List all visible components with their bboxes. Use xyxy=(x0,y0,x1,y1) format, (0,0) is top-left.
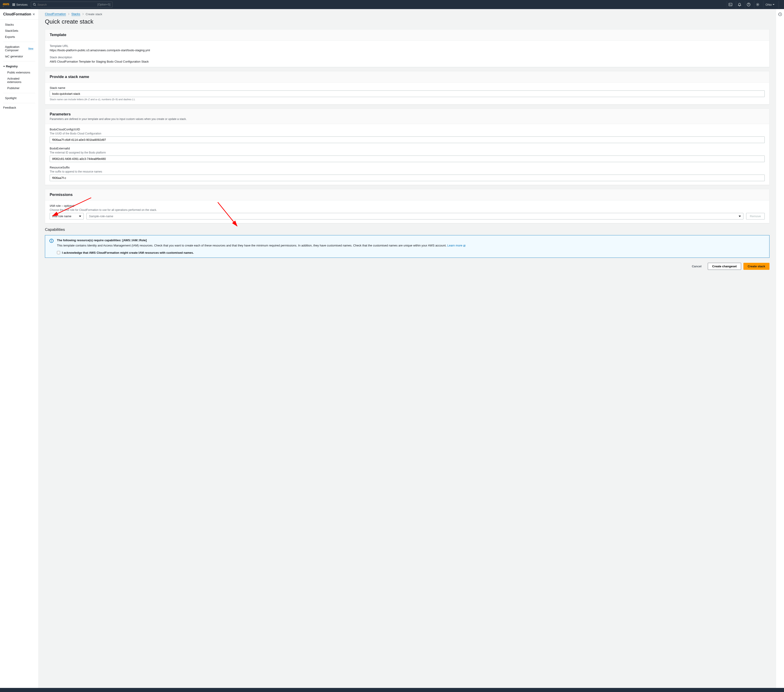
main-content: CloudFormation Stacks Create stack Quick… xyxy=(39,9,776,688)
parameters-panel: Parameters Parameters are defined in you… xyxy=(45,108,769,185)
breadcrumb-cloudformation[interactable]: CloudFormation xyxy=(45,12,66,16)
svg-rect-2 xyxy=(729,3,732,6)
notifications-icon[interactable] xyxy=(736,1,743,8)
remove-iam-role-button[interactable]: Remove xyxy=(746,213,765,219)
sidebar-title: CloudFormation xyxy=(3,12,31,16)
template-panel: Template Template URL https://bodo-platf… xyxy=(45,29,769,67)
region-selector[interactable]: Ohio xyxy=(763,1,777,8)
param-0-input[interactable] xyxy=(50,136,765,143)
sidebar-item-stacksets[interactable]: StackSets xyxy=(3,28,35,34)
param-0-name: BodoCloudConfigUUID xyxy=(50,128,765,131)
sidebar-item-exports[interactable]: Exports xyxy=(3,34,35,40)
iam-role-label: IAM role – optional xyxy=(50,204,765,207)
svg-point-4 xyxy=(757,4,758,5)
new-badge: New xyxy=(28,47,33,50)
param-1-name: BodoExternalId xyxy=(50,147,765,150)
breadcrumb-stacks[interactable]: Stacks xyxy=(71,12,80,16)
recent-icon[interactable] xyxy=(778,12,782,16)
stack-name-input[interactable] xyxy=(50,90,765,97)
create-changeset-button[interactable]: Create changeset xyxy=(708,263,741,270)
sidebar-item-application-composer[interactable]: Application Composer New xyxy=(3,44,35,53)
param-2-input[interactable] xyxy=(50,174,765,181)
caret-down-icon xyxy=(772,3,774,5)
settings-icon[interactable] xyxy=(754,1,761,8)
sidebar-item-spotlight[interactable]: Spotlight xyxy=(3,95,35,101)
create-stack-button[interactable]: Create stack xyxy=(743,263,769,270)
footer-actions: Cancel Create changeset Create stack xyxy=(45,263,769,270)
iam-role-name-select[interactable]: Sample-role-name xyxy=(86,213,743,219)
iam-role-desc: Choose the IAM role for CloudFormation t… xyxy=(50,209,765,212)
caret-down-icon xyxy=(3,66,5,67)
caret-down-icon xyxy=(739,215,741,217)
close-sidebar-button[interactable]: ✕ xyxy=(33,13,35,16)
sidebar-item-activated-extensions[interactable]: Activated extensions xyxy=(5,76,35,85)
stack-name-heading: Provide a stack name xyxy=(50,75,765,79)
stack-name-label: Stack name xyxy=(50,86,765,90)
template-url-label: Template URL xyxy=(50,44,765,48)
breadcrumb-current: Create stack xyxy=(86,13,102,16)
aws-logo[interactable]: aws ⌣ xyxy=(3,2,9,7)
stack-description-label: Stack description xyxy=(50,56,765,59)
sidebar-item-public-extensions[interactable]: Public extensions xyxy=(5,69,35,76)
param-1-desc: The external ID assigned by the Bodo pla… xyxy=(50,151,765,154)
capabilities-info-text: This template contains Identity and Acce… xyxy=(57,243,466,248)
capabilities-info-title: The following resource(s) require capabi… xyxy=(57,238,466,242)
capabilities-heading: Capabilities xyxy=(45,227,769,232)
grid-icon xyxy=(13,3,15,6)
region-label: Ohio xyxy=(766,3,772,7)
sidebar-item-iac-generator[interactable]: IaC generator xyxy=(3,53,35,59)
param-2-desc: The suffix to append to the resource nam… xyxy=(50,170,765,173)
param-0-desc: The UUID of the Bodo Cloud Configuration xyxy=(50,132,765,135)
parameters-heading: Parameters xyxy=(50,112,765,117)
acknowledge-label[interactable]: I acknowledge that AWS CloudFormation mi… xyxy=(62,251,194,255)
external-link-icon xyxy=(463,245,466,247)
services-label: Services xyxy=(16,3,28,7)
svg-line-1 xyxy=(35,5,36,6)
stack-name-panel: Provide a stack name Stack name Stack na… xyxy=(45,71,769,105)
info-icon xyxy=(49,238,54,243)
services-menu-button[interactable]: Services xyxy=(11,2,29,7)
caret-down-icon xyxy=(79,215,81,217)
search-icon xyxy=(33,3,36,6)
svg-point-0 xyxy=(33,3,35,5)
sidebar: CloudFormation ✕ Stacks StackSets Export… xyxy=(0,9,39,688)
sidebar-group-registry[interactable]: Registry xyxy=(3,63,35,69)
help-icon[interactable] xyxy=(745,1,752,8)
sidebar-item-publisher[interactable]: Publisher xyxy=(5,85,35,91)
learn-more-link[interactable]: Learn more xyxy=(447,244,466,247)
cancel-button[interactable]: Cancel xyxy=(688,263,706,270)
breadcrumbs: CloudFormation Stacks Create stack xyxy=(45,12,769,16)
search-shortcut-hint: [Option+S] xyxy=(97,3,110,6)
template-url-value: https://bodo-platform-public.s3.amazonaw… xyxy=(50,49,765,52)
chevron-right-icon xyxy=(82,13,84,15)
parameters-subtitle: Parameters are defined in your template … xyxy=(50,117,765,121)
permissions-heading: Permissions xyxy=(50,192,765,197)
cloudshell-icon[interactable] xyxy=(727,1,734,8)
param-1-input[interactable] xyxy=(50,156,765,162)
chevron-right-icon xyxy=(68,13,70,15)
permissions-panel: Permissions IAM role – optional Choose t… xyxy=(45,189,769,224)
page-title: Quick create stack xyxy=(45,18,769,25)
top-nav: aws ⌣ Services [Option+S] Ohio xyxy=(0,0,784,9)
sidebar-feedback[interactable]: Feedback xyxy=(0,103,38,112)
capabilities-info-box: The following resource(s) require capabi… xyxy=(45,235,769,258)
right-rail xyxy=(776,9,784,688)
iam-role-type-select[interactable]: IAM role name xyxy=(50,213,84,219)
search-box[interactable]: [Option+S] xyxy=(31,2,112,8)
search-input[interactable] xyxy=(38,3,97,7)
sidebar-item-stacks[interactable]: Stacks xyxy=(3,21,35,28)
param-2-name: ResourceSuffix xyxy=(50,166,765,169)
stack-description-value: AWS CloudFormation Template for Staging … xyxy=(50,60,765,63)
template-heading: Template xyxy=(50,33,765,37)
stack-name-hint: Stack name can include letters (A–Z and … xyxy=(50,98,765,101)
acknowledge-checkbox[interactable] xyxy=(57,251,60,254)
bottom-bar xyxy=(0,688,784,692)
